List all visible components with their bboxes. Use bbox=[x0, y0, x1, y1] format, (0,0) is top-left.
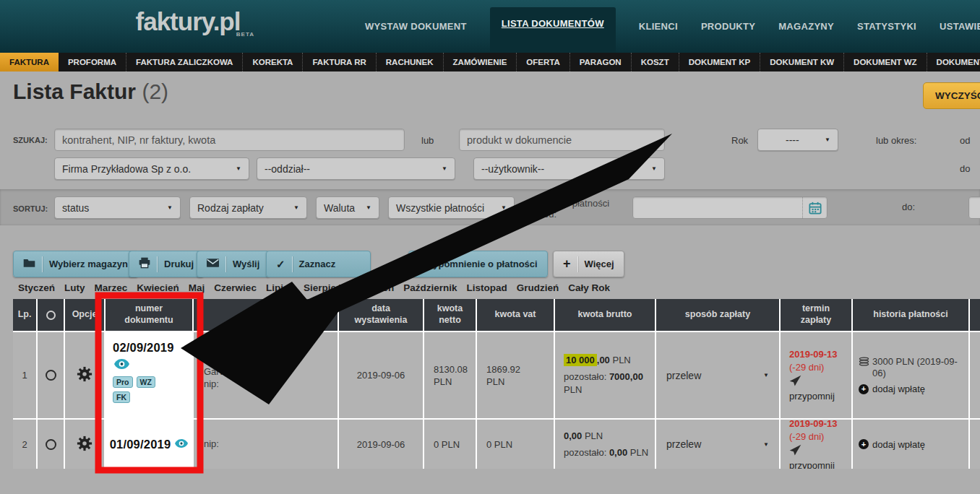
remind-link[interactable]: przypomnij bbox=[789, 391, 846, 402]
tab-faktura-zaliczkowa[interactable]: FAKTURA ZALICZKOWA bbox=[126, 53, 242, 72]
month-lipiec[interactable]: Lipiec bbox=[266, 282, 294, 293]
month-sierpien[interactable]: Sierpień bbox=[304, 282, 342, 293]
header-historia-platnosci: historia płatności bbox=[853, 299, 968, 331]
tab-korekta[interactable]: KOREKTA bbox=[242, 53, 302, 72]
header-lp: Lp. bbox=[13, 299, 36, 331]
folder-icon bbox=[23, 258, 35, 270]
document-number-link[interactable]: 01/09/2019 bbox=[110, 438, 171, 451]
chevron-down-icon: ▼ bbox=[763, 441, 769, 448]
payment-type-select[interactable]: Rodzaj zapłaty ▼ bbox=[189, 196, 307, 219]
nav-klienci[interactable]: KLIENCI bbox=[639, 21, 678, 32]
more-button[interactable]: + Więcej bbox=[553, 251, 624, 277]
nav-magazyny[interactable]: MAGAZYNY bbox=[778, 21, 834, 32]
chevron-down-icon: ▼ bbox=[825, 136, 830, 143]
nav-statystyki[interactable]: STATYSTYKI bbox=[857, 21, 916, 32]
chevron-down-icon: ▼ bbox=[236, 165, 241, 172]
search-input[interactable] bbox=[54, 129, 405, 151]
divider bbox=[292, 256, 293, 272]
client-address2: Garwolin bbox=[204, 366, 332, 378]
tab-dokument-kp[interactable]: DOKUMENT KP bbox=[679, 53, 760, 72]
main-nav: WYSTAW DOKUMENT LISTA DOKUMENTÓW KLIENCI… bbox=[365, 0, 980, 53]
tab-dokument-kw[interactable]: DOKUMENT KW bbox=[760, 53, 843, 72]
payment-reminder-button[interactable]: Przypomnienie o płatności bbox=[408, 251, 548, 277]
select-all-button[interactable]: ✓ Zaznacz bbox=[266, 251, 371, 277]
row1-gross-amount: 10 000,00 PLN pozostało: 7000,00 PLN bbox=[555, 332, 655, 418]
eye-icon[interactable] bbox=[175, 439, 188, 450]
choose-warehouse-button[interactable]: Wybierz magazyn bbox=[13, 251, 138, 277]
payment-method-select[interactable]: przelew ▼ bbox=[666, 370, 769, 381]
month-wrzesien[interactable]: Wrzesień bbox=[351, 282, 394, 293]
send-button[interactable]: Wyślij bbox=[197, 251, 270, 277]
month-caly-rok[interactable]: Cały Rok bbox=[568, 282, 610, 293]
printer-icon bbox=[139, 257, 150, 271]
chevron-down-icon: ▼ bbox=[293, 204, 299, 211]
month-maj[interactable]: Maj bbox=[189, 282, 205, 293]
divider bbox=[577, 256, 578, 272]
row2-extra bbox=[970, 420, 980, 469]
remind-link[interactable]: przypomnij bbox=[789, 460, 846, 469]
tab-zamowienie[interactable]: ZAMÓWIENIE bbox=[443, 53, 517, 72]
chevron-down-icon: ▼ bbox=[763, 372, 769, 378]
year-select[interactable]: ---- ▼ bbox=[757, 129, 838, 151]
tab-oferta[interactable]: OFERTA bbox=[516, 53, 569, 72]
user-select[interactable]: --użytkownik-- ▼ bbox=[473, 157, 665, 180]
currency-select[interactable]: Waluta ▼ bbox=[316, 196, 379, 219]
tab-paragon[interactable]: PARAGON bbox=[569, 53, 631, 72]
nav-produkty[interactable]: PRODUKTY bbox=[701, 21, 755, 32]
add-payment-link[interactable]: + dodaj wpłatę bbox=[859, 439, 925, 450]
tab-proforma[interactable]: PROFORMA bbox=[59, 53, 126, 72]
row1-due-date-cell: 2019-09-13 (-29 dni) przypomnij bbox=[781, 332, 851, 418]
calendar-icon[interactable] bbox=[802, 197, 827, 218]
month-listopad[interactable]: Listopad bbox=[467, 282, 507, 293]
row1-net-amount: 8130.08 PLN bbox=[424, 332, 476, 418]
badge-wz[interactable]: WZ bbox=[137, 376, 155, 388]
tab-dokument-pz[interactable]: DOKUMENT PZ bbox=[927, 53, 980, 72]
tab-faktura-rr[interactable]: FAKTURA RR bbox=[302, 53, 375, 72]
radio-icon[interactable] bbox=[46, 370, 56, 381]
due-date-from-input[interactable] bbox=[632, 196, 828, 219]
month-grudzien[interactable]: Grudzień bbox=[517, 282, 559, 293]
badge-fk[interactable]: FK bbox=[113, 391, 130, 403]
tab-rachunek[interactable]: RACHUNEK bbox=[376, 53, 443, 72]
product-search-input[interactable] bbox=[459, 129, 665, 151]
nav-ustawienia[interactable]: USTAWIENIA bbox=[940, 21, 980, 32]
header-numer-dokumentu: numer dokumentu bbox=[106, 299, 192, 331]
payments-select[interactable]: Wszystkie płatności ▼ bbox=[388, 196, 515, 219]
app-logo[interactable]: faktury.pl BETA bbox=[101, 7, 275, 48]
due-date-to-input[interactable] bbox=[968, 196, 980, 219]
branch-select[interactable]: --oddział-- ▼ bbox=[257, 157, 455, 180]
radio-icon[interactable] bbox=[46, 439, 56, 450]
tab-koszt[interactable]: KOSZT bbox=[631, 53, 679, 72]
remaining-value: 0,00 bbox=[609, 447, 627, 458]
nav-lista-dokumentow[interactable]: LISTA DOKUMENTÓW bbox=[490, 7, 616, 53]
nav-wystaw-dokument[interactable]: WYSTAW DOKUMENT bbox=[365, 21, 467, 32]
paper-plane-icon[interactable] bbox=[789, 444, 846, 459]
row2-client-cell: nip: bbox=[194, 420, 338, 469]
month-styczen[interactable]: Styczeń bbox=[18, 282, 55, 293]
header-extra bbox=[970, 299, 980, 331]
tab-dokument-wz[interactable]: DOKUMENT WZ bbox=[843, 53, 927, 72]
chevron-down-icon: ▼ bbox=[501, 204, 507, 211]
month-kwiecien[interactable]: Kwiecień bbox=[137, 282, 179, 293]
month-czerwiec[interactable]: Czerwiec bbox=[214, 282, 257, 293]
month-marzec[interactable]: Marzec bbox=[95, 282, 128, 293]
row1-extra bbox=[970, 332, 980, 418]
company-select[interactable]: Firma Przykładowa Sp z o.o. ▼ bbox=[54, 157, 249, 180]
add-payment-link[interactable]: + dodaj wpłatę bbox=[859, 384, 963, 394]
eye-icon[interactable] bbox=[114, 359, 186, 371]
paper-plane-icon[interactable] bbox=[789, 375, 846, 389]
month-luty[interactable]: Luty bbox=[64, 282, 85, 293]
row2-payment-history-cell: + dodaj wpłatę bbox=[853, 420, 968, 469]
document-number-link[interactable]: 02/09/2019 bbox=[113, 341, 186, 355]
clear-filters-button[interactable]: WYCZYŚĆ bbox=[923, 82, 980, 109]
gear-icon[interactable] bbox=[77, 436, 93, 454]
payment-method-select[interactable]: przelew ▼ bbox=[666, 438, 769, 450]
print-button[interactable]: Drukuj bbox=[129, 251, 204, 277]
gear-icon[interactable] bbox=[77, 366, 93, 384]
invoice-table: Lp. Opcje numer dokumentu data wystawien… bbox=[13, 299, 980, 469]
badge-proforma[interactable]: Pro bbox=[113, 376, 133, 388]
row1-client-cell: Jan Nowak Ul. Testowa 12 08-400 Garwolin… bbox=[194, 332, 338, 418]
status-select[interactable]: status ▼ bbox=[54, 196, 181, 219]
tab-faktura[interactable]: FAKTURA bbox=[0, 53, 59, 72]
month-pazdziernik[interactable]: Październik bbox=[403, 282, 457, 293]
